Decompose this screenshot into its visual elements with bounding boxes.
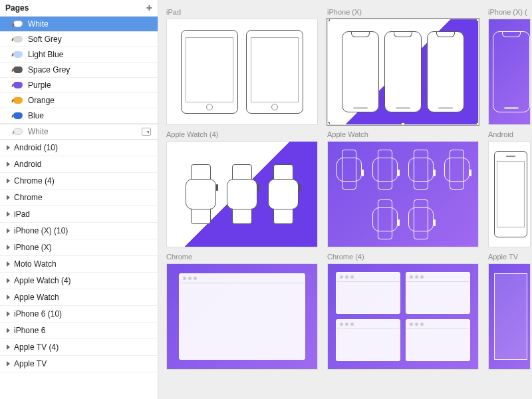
layer-item[interactable]: Chrome	[0, 190, 158, 206]
watch-mockup	[370, 150, 400, 190]
page-item-purple[interactable]: Purple	[0, 78, 158, 93]
chevron-right-icon	[7, 195, 10, 200]
page-item-orange[interactable]: Orange	[0, 93, 158, 108]
artboard-apple-watch-4[interactable]	[166, 141, 318, 247]
layer-item[interactable]: iPhone 6	[0, 323, 158, 339]
layer-label: iPhone 6 (10)	[14, 309, 62, 319]
layer-item[interactable]: Apple Watch	[0, 289, 158, 306]
layer-item[interactable]: Apple TV (4)	[0, 339, 158, 356]
layer-item[interactable]: Android	[0, 156, 158, 173]
page-label: Soft Grey	[28, 35, 62, 44]
page-item-blue[interactable]: Blue	[0, 108, 158, 124]
selection-handle[interactable]	[327, 19, 330, 21]
artboard-ipad[interactable]	[166, 19, 318, 125]
palette-icon	[13, 82, 23, 88]
layer-item[interactable]: Moto Watch	[0, 256, 158, 273]
layer-label: iPhone 6	[14, 326, 45, 335]
iphone-x-mockup	[493, 31, 530, 112]
palette-icon	[13, 36, 23, 43]
artboard-iphone-x-clip[interactable]	[488, 19, 531, 125]
chevron-right-icon	[7, 211, 10, 217]
layer-item[interactable]: iPhone (X)	[0, 239, 158, 256]
pages-header: Pages +	[0, 0, 158, 17]
page-label: Orange	[28, 96, 55, 105]
palette-icon	[13, 97, 23, 104]
symbols-label: White	[28, 127, 136, 136]
layer-label: Apple Watch (4)	[14, 276, 71, 285]
pages-list: White Soft Grey Light Blue Space Grey Pu…	[0, 17, 158, 124]
ipad-mockup	[246, 30, 303, 114]
artboard-chrome[interactable]	[166, 263, 318, 370]
symbols-header[interactable]: White	[0, 124, 158, 140]
browser-mockup	[336, 319, 400, 361]
layer-label: Android	[14, 160, 41, 169]
page-item-space-grey[interactable]: Space Grey	[0, 63, 158, 78]
browser-mockup	[406, 272, 470, 314]
layer-label: Chrome	[14, 193, 43, 202]
chevron-right-icon	[7, 228, 10, 233]
artboard-label[interactable]: iPad	[166, 8, 318, 17]
layer-item[interactable]: Apple Watch (4)	[0, 273, 158, 289]
browser-mockup	[336, 272, 400, 314]
watch-mockup	[406, 150, 436, 190]
android-mockup	[494, 151, 527, 237]
iphone-x-mockup	[342, 31, 379, 112]
chevron-right-icon	[7, 245, 10, 250]
sidebar: Pages + White Soft Grey Light Blue Space…	[0, 0, 158, 399]
artboard-label[interactable]: Android	[488, 130, 531, 140]
layer-item[interactable]: Android (10)	[0, 140, 158, 156]
layer-item[interactable]: Chrome (4)	[0, 173, 158, 190]
artboard-apple-tv-clip[interactable]	[488, 263, 531, 370]
artboard-chrome-4[interactable]	[327, 263, 479, 370]
page-item-light-blue[interactable]: Light Blue	[0, 47, 158, 63]
iphone-x-mockup	[384, 31, 422, 112]
palette-icon	[13, 128, 23, 135]
artboard-label[interactable]: Chrome	[166, 253, 318, 262]
selection-handle[interactable]	[476, 122, 479, 125]
page-label: Purple	[28, 80, 51, 90]
chevron-right-icon	[7, 178, 10, 184]
selection-handle[interactable]	[327, 122, 330, 125]
browser-mockup	[179, 273, 305, 360]
watch-mockup	[224, 164, 260, 224]
chevron-right-icon	[7, 145, 10, 150]
artboard-label[interactable]: iPhone (X)	[327, 8, 479, 17]
page-item-soft-grey[interactable]: Soft Grey	[0, 32, 158, 47]
add-page-button[interactable]: +	[146, 3, 152, 13]
layer-label: Chrome (4)	[14, 176, 55, 186]
palette-icon	[13, 112, 23, 119]
apple-tv-mockup	[494, 273, 527, 360]
artboard-apple-watch[interactable]	[327, 141, 479, 247]
layer-item[interactable]: iPhone (X) (10)	[0, 223, 158, 239]
layer-label: iPhone (X) (10)	[14, 226, 68, 235]
reveal-icon[interactable]	[142, 128, 151, 136]
layer-label: iPhone (X)	[14, 243, 52, 252]
layer-item[interactable]: Apple TV	[0, 356, 158, 372]
layer-label: Apple Watch	[14, 293, 59, 302]
canvas[interactable]: iPad iPhone (X) iPhone (X) ( Appl	[158, 0, 532, 399]
palette-icon	[13, 51, 23, 58]
selection-handle[interactable]	[401, 122, 405, 125]
page-item-white[interactable]: White	[0, 17, 158, 32]
layer-item[interactable]: iPad	[0, 206, 158, 223]
page-label: White	[28, 19, 49, 29]
chevron-right-icon	[7, 295, 10, 300]
selection-handle[interactable]	[476, 19, 479, 21]
artboard-label[interactable]: iPhone (X) (	[488, 8, 531, 17]
page-label: Light Blue	[28, 50, 63, 59]
layer-label: Android (10)	[14, 143, 58, 152]
watch-mockup	[265, 164, 301, 224]
artboard-android-clip[interactable]	[488, 141, 531, 247]
artboard-label[interactable]: Apple Watch	[327, 130, 479, 140]
layer-item[interactable]: iPhone 6 (10)	[0, 306, 158, 323]
watch-mockup	[370, 200, 400, 239]
watch-mockup	[334, 150, 364, 190]
artboard-label[interactable]: Apple Watch (4)	[166, 130, 318, 140]
artboard-iphone-x[interactable]	[327, 19, 479, 125]
artboard-label[interactable]: Chrome (4)	[327, 253, 479, 262]
chevron-right-icon	[7, 344, 10, 350]
layers-list: Android (10) Android Chrome (4) Chrome i…	[0, 140, 158, 399]
palette-icon	[13, 66, 23, 73]
chevron-right-icon	[7, 311, 10, 317]
artboard-label[interactable]: Apple TV	[488, 253, 531, 262]
